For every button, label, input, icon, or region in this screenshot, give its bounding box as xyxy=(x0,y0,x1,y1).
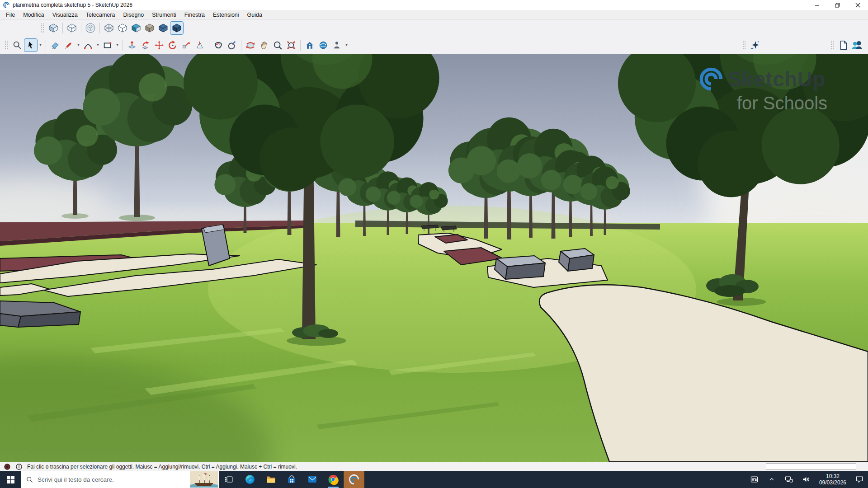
look-around-tool-button[interactable] xyxy=(316,38,330,52)
eraser-icon xyxy=(50,40,60,50)
measurements-input[interactable] xyxy=(766,463,856,470)
zoom-tool-button[interactable] xyxy=(271,38,284,52)
taskbar-app-sketchup[interactable] xyxy=(344,471,364,488)
rectangle-icon xyxy=(103,40,113,50)
menu-disegno[interactable]: Disegno xyxy=(119,11,148,19)
zoom-icon xyxy=(273,40,283,50)
taskbar-app-chrome[interactable] xyxy=(323,471,344,488)
volume-tray-button[interactable] xyxy=(797,471,815,488)
taskbar-app-edge[interactable] xyxy=(240,471,260,488)
zoom-extents-tool-button[interactable] xyxy=(284,38,298,52)
sketchup-taskbar-icon xyxy=(348,474,360,485)
move-tool-button[interactable] xyxy=(152,38,166,52)
style-shaded-view-button[interactable] xyxy=(47,21,60,35)
style-shaded-button[interactable] xyxy=(129,21,143,35)
search-highlight-ship-art[interactable] xyxy=(190,471,218,488)
geolocation-icon[interactable] xyxy=(4,463,11,470)
current-style-icon xyxy=(171,23,182,33)
close-icon xyxy=(855,3,860,8)
style-monochrome-button[interactable] xyxy=(143,21,156,35)
rotate-icon xyxy=(168,40,178,50)
person-tool-button[interactable] xyxy=(330,38,344,52)
move-icon xyxy=(154,40,164,50)
people-icon xyxy=(851,39,863,51)
circle-tool-button[interactable] xyxy=(225,38,239,52)
select-tool-button[interactable] xyxy=(24,38,38,52)
taskbar-app-file-explorer[interactable] xyxy=(260,471,281,488)
protractor-tool-button[interactable] xyxy=(193,38,207,52)
menu-visualizza[interactable]: Visualizza xyxy=(48,11,82,19)
arc-tool-dropdown[interactable]: ▾ xyxy=(95,39,101,51)
style-current-button[interactable] xyxy=(170,21,184,35)
x-ray-icon xyxy=(85,23,96,33)
follow-me-tool-button[interactable] xyxy=(139,38,152,52)
action-center-button[interactable] xyxy=(851,471,868,488)
mail-icon xyxy=(307,474,318,485)
3d-viewport[interactable]: SketchUp for Schools xyxy=(0,54,868,462)
rectangle-tool-button[interactable] xyxy=(101,38,114,52)
menu-modifica[interactable]: Modifica xyxy=(19,11,48,19)
menu-strumenti[interactable]: Strumenti xyxy=(148,11,180,19)
menu-telecamera[interactable]: Telecamera xyxy=(82,11,119,19)
taskbar-app-store[interactable] xyxy=(281,471,302,488)
collaboration-button[interactable] xyxy=(850,38,863,52)
menu-bar: File Modifica Visualizza Telecamera Dise… xyxy=(0,10,868,20)
orbit-tool-button[interactable] xyxy=(244,38,257,52)
new-document-button[interactable] xyxy=(836,38,850,52)
tray-chevron-button[interactable] xyxy=(763,471,780,488)
info-icon[interactable] xyxy=(15,463,23,470)
house-icon xyxy=(305,40,315,50)
protractor-pyramid-icon xyxy=(195,40,205,50)
arc-tool-button[interactable] xyxy=(81,38,95,52)
sparkle-icon xyxy=(750,40,760,51)
follow-me-icon xyxy=(141,40,151,50)
task-view-button[interactable] xyxy=(219,471,240,488)
menu-file[interactable]: File xyxy=(2,11,19,19)
style-back-edges-button[interactable] xyxy=(65,21,79,35)
start-button[interactable] xyxy=(0,471,21,488)
eraser-tool-button[interactable] xyxy=(48,38,62,52)
taskbar-search[interactable] xyxy=(21,471,219,488)
toolbar-grip[interactable] xyxy=(41,23,44,33)
status-message: Fai clic o trascina per selezionare gli … xyxy=(27,464,297,470)
search-tool-button[interactable] xyxy=(10,38,24,52)
rotate-tool-button[interactable] xyxy=(166,38,179,52)
toolbar-grip[interactable] xyxy=(830,40,834,50)
menu-estensioni[interactable]: Estensioni xyxy=(209,11,243,19)
file-explorer-icon xyxy=(265,474,276,485)
walk-tool-button[interactable] xyxy=(303,38,316,52)
line-tool-dropdown[interactable]: ▾ xyxy=(75,39,81,51)
scale-icon xyxy=(181,40,191,50)
select-tool-dropdown[interactable]: ▾ xyxy=(38,39,43,51)
shaded-view-icon xyxy=(48,23,59,33)
close-button[interactable] xyxy=(848,0,868,10)
minimize-button[interactable] xyxy=(807,0,827,10)
network-tray-button[interactable] xyxy=(780,471,797,488)
style-x-ray-button[interactable] xyxy=(84,21,97,35)
search-input[interactable] xyxy=(38,476,173,483)
status-bar: Fai clic o trascina per selezionare gli … xyxy=(0,462,868,471)
restore-button[interactable] xyxy=(827,0,848,10)
clock-time: 10:32 xyxy=(826,473,840,479)
news-widgets-button[interactable] xyxy=(746,471,763,488)
menu-guida[interactable]: Guida xyxy=(243,11,266,19)
ai-assistant-button[interactable] xyxy=(748,38,762,52)
rectangle-tool-dropdown[interactable]: ▾ xyxy=(114,39,120,51)
scale-tool-button[interactable] xyxy=(179,38,193,52)
line-tool-button[interactable] xyxy=(62,38,75,52)
toolbar-grip[interactable] xyxy=(742,40,745,50)
hidden-line-icon xyxy=(117,23,128,33)
menu-finestra[interactable]: Finestra xyxy=(180,11,209,19)
offset-tool-button[interactable] xyxy=(212,38,225,52)
shaded-icon xyxy=(131,23,142,33)
taskbar-clock[interactable]: 10:32 09/03/2026 xyxy=(815,471,851,488)
taskbar-app-mail[interactable] xyxy=(302,471,323,488)
pan-tool-button[interactable] xyxy=(257,38,271,52)
toolbar-grip[interactable] xyxy=(5,40,8,50)
style-textures-button[interactable] xyxy=(156,21,170,35)
style-hidden-line-button[interactable] xyxy=(116,21,129,35)
select-arrow-icon xyxy=(26,40,36,50)
person-tool-dropdown[interactable]: ▾ xyxy=(344,39,349,51)
style-wireframe-button[interactable] xyxy=(102,21,116,35)
push-pull-tool-button[interactable] xyxy=(125,38,139,52)
